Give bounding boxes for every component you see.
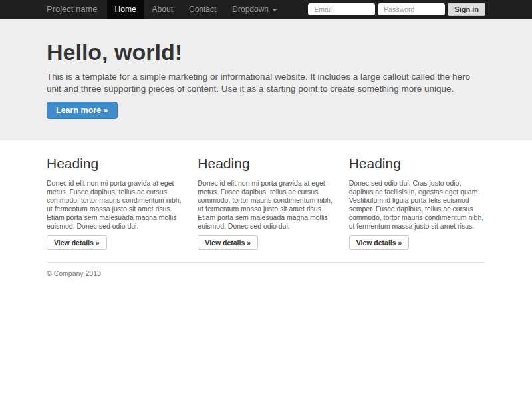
nav-item-label: Contact — [189, 5, 216, 14]
view-details-button[interactable]: View details » — [47, 235, 107, 250]
copyright-text: © Company 2013 — [47, 269, 485, 287]
password-field[interactable] — [378, 3, 445, 15]
nav-item-label: Dropdown — [232, 5, 269, 14]
view-details-button[interactable]: View details » — [198, 235, 258, 250]
nav-item-contact[interactable]: Contact — [181, 0, 224, 19]
column-text: Donec id elit non mi porta gravida at eg… — [198, 179, 334, 231]
nav-item-label: About — [152, 5, 173, 14]
column-text: Donec sed odio dui. Cras justo odio, dap… — [349, 179, 485, 231]
column-heading: Heading — [349, 155, 485, 172]
email-field[interactable] — [308, 3, 375, 15]
signin-form: Sign in — [308, 0, 485, 19]
navbar: Project name Home About Contact Dropdown… — [0, 0, 532, 19]
nav-item-home[interactable]: Home — [107, 0, 144, 19]
caret-down-icon — [272, 9, 277, 11]
nav-item-about[interactable]: About — [144, 0, 181, 19]
column-heading: Heading — [198, 155, 334, 172]
hero-unit: Hello, world! This is a template for a s… — [0, 19, 532, 140]
content-row: Heading Donec id elit non mi porta gravi… — [47, 155, 485, 249]
content-column-1: Heading Donec id elit non mi porta gravi… — [47, 155, 183, 249]
nav-item-dropdown[interactable]: Dropdown — [224, 0, 285, 19]
nav-item-label: Home — [115, 5, 136, 14]
view-details-button[interactable]: View details » — [349, 235, 410, 250]
brand[interactable]: Project name — [0, 0, 107, 19]
content-column-3: Heading Donec sed odio dui. Cras justo o… — [349, 155, 485, 249]
column-heading: Heading — [47, 155, 183, 172]
footer-divider — [47, 262, 485, 263]
column-text: Donec id elit non mi porta gravida at eg… — [47, 179, 183, 231]
hero-title: Hello, world! — [47, 40, 485, 65]
hero-text: This is a template for a simple marketin… — [47, 71, 485, 95]
footer: © Company 2013 — [47, 262, 485, 287]
content-column-2: Heading Donec id elit non mi porta gravi… — [198, 155, 334, 249]
sign-in-button[interactable]: Sign in — [448, 3, 485, 16]
nav-menu: Home About Contact Dropdown — [107, 0, 285, 19]
main-content: Heading Donec id elit non mi porta gravi… — [0, 155, 532, 286]
learn-more-button[interactable]: Learn more » — [47, 102, 118, 119]
